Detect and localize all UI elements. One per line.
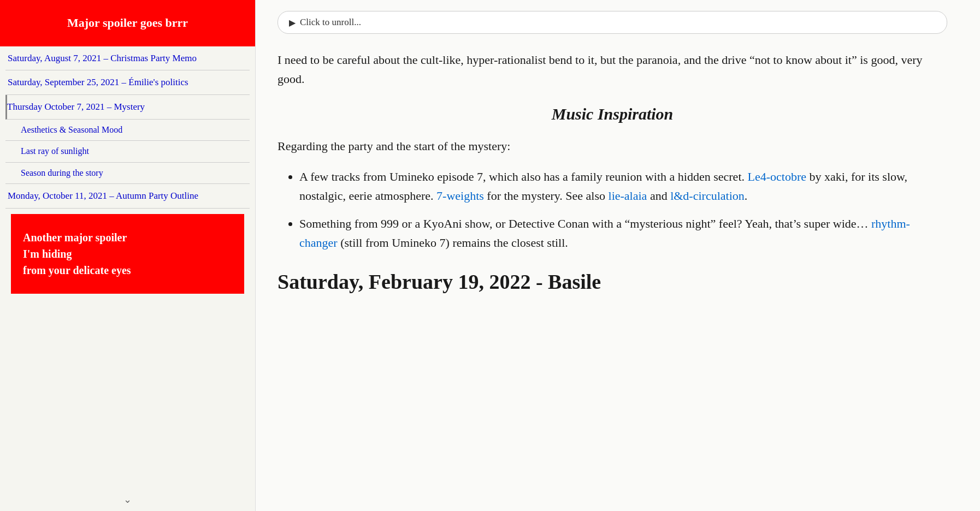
scroll-indicator: ⌄ (123, 494, 132, 506)
bullet-1-text-before: A few tracks from Umineko episode 7, whi… (299, 170, 748, 183)
bullet-item-1: A few tracks from Umineko episode 7, whi… (299, 167, 947, 205)
sidebar-link-saturday-aug[interactable]: Saturday, August 7, 2021 – Christmas Par… (8, 53, 197, 63)
sidebar-sub-season[interactable]: Season during the story (5, 163, 250, 184)
sidebar-item-thursday-oct[interactable]: Thursday October 7, 2021 – Mystery (5, 95, 250, 120)
sidebar: Major spoiler goes brrr Saturday, August… (0, 0, 256, 511)
main-content: ▶ Click to unroll... I need to be carefu… (256, 0, 980, 511)
music-section-heading: Music Inspiration (278, 105, 947, 123)
sidebar-sub-last-ray[interactable]: Last ray of sunlight (5, 141, 250, 162)
link-lie-alaia[interactable]: lie-alaia (609, 189, 647, 203)
bullet-list: A few tracks from Umineko episode 7, whi… (278, 167, 947, 253)
intro-paragraph: I need to be careful about the cult-like… (278, 50, 947, 88)
music-intro: Regarding the party and the start of the… (278, 136, 947, 156)
bullet-1-text-mid2: for the mystery. See also (484, 189, 609, 203)
bottom-heading: Saturday, February 19, 2022 - Basile (278, 269, 947, 295)
bullet-item-2: Something from 999 or a KyoAni show, or … (299, 214, 947, 252)
sidebar-nav: Saturday, August 7, 2021 – Christmas Par… (0, 46, 255, 294)
spoiler-box-1: Major spoiler goes brrr (0, 0, 255, 46)
sidebar-sub-link-season[interactable]: Season during the story (21, 168, 103, 177)
bullet-1-text-end: . (745, 189, 748, 203)
bullet-2-text-end: (still from Umineko 7) remains the close… (338, 236, 568, 249)
sidebar-item-saturday-aug[interactable]: Saturday, August 7, 2021 – Christmas Par… (5, 46, 250, 71)
collapsible-arrow: ▶ (289, 17, 296, 28)
spoiler-box-2-text: Another major spoilerI'm hidingfrom your… (23, 231, 131, 276)
sidebar-sub-link-aesthetics[interactable]: Aesthetics & Seasonal Mood (21, 125, 122, 134)
bullet-2-text-before: Something from 999 or a KyoAni show, or … (299, 217, 871, 230)
spoiler-box-1-text: Major spoiler goes brrr (67, 16, 188, 29)
sidebar-link-saturday-sep[interactable]: Saturday, September 25, 2021 – Émilie's … (8, 77, 188, 87)
sidebar-item-saturday-sep[interactable]: Saturday, September 25, 2021 – Émilie's … (5, 70, 250, 95)
spoiler-box-2: Another major spoilerI'm hidingfrom your… (11, 214, 244, 294)
bullet-1-text-mid3: and (647, 189, 670, 203)
sidebar-sub-link-last-ray[interactable]: Last ray of sunlight (21, 146, 89, 156)
link-ld-circulation[interactable]: l&d-circulation (670, 189, 745, 203)
sidebar-link-monday-oct[interactable]: Monday, October 11, 2021 – Autumn Party … (8, 191, 198, 201)
collapsible-label: Click to unroll... (300, 17, 361, 28)
sidebar-item-monday-oct[interactable]: Monday, October 11, 2021 – Autumn Party … (5, 184, 250, 209)
collapsible-row[interactable]: ▶ Click to unroll... (278, 11, 947, 34)
link-7-weights[interactable]: 7-weights (436, 189, 484, 203)
sidebar-sub-aesthetics[interactable]: Aesthetics & Seasonal Mood (5, 120, 250, 141)
sidebar-link-thursday-oct[interactable]: Thursday October 7, 2021 – Mystery (7, 102, 145, 112)
link-le4-octobre[interactable]: Le4-octobre (748, 170, 807, 183)
